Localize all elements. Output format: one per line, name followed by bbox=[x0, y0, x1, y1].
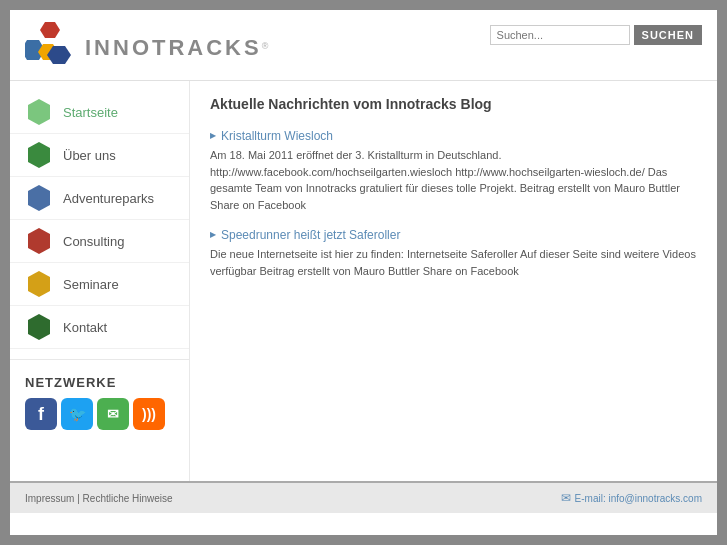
footer: Impressum | Rechtliche Hinweise ✉ E-mail… bbox=[10, 481, 717, 513]
svg-marker-6 bbox=[28, 185, 50, 211]
networks-section: NETZWERKE f 🐦 ✉ ))) bbox=[10, 359, 189, 440]
footer-right: ✉ E-mail: info@innotracks.com bbox=[561, 491, 702, 505]
search-button[interactable]: SUCHEN bbox=[634, 25, 702, 45]
svg-marker-5 bbox=[28, 142, 50, 168]
rss-icon[interactable]: ))) bbox=[133, 398, 165, 430]
hex-icon-seminare bbox=[25, 270, 53, 298]
nav-label-ueber-uns: Über uns bbox=[63, 148, 116, 163]
nav-label-seminare: Seminare bbox=[63, 277, 119, 292]
page-wrapper: INNOTRACKS® SUCHEN Startseite Über uns bbox=[10, 10, 717, 535]
logo-text: INNOTRACKS® bbox=[85, 35, 268, 61]
sidebar-item-kontakt[interactable]: Kontakt bbox=[10, 306, 189, 349]
sidebar-item-consulting[interactable]: Consulting bbox=[10, 220, 189, 263]
blog-item-1: Kristallturm Wiesloch Am 18. Mai 2011 er… bbox=[210, 129, 697, 213]
blog-link-2[interactable]: Speedrunner heißt jetzt Saferoller bbox=[210, 228, 697, 242]
svg-marker-9 bbox=[28, 314, 50, 340]
logo-icon bbox=[25, 20, 80, 75]
header: INNOTRACKS® SUCHEN bbox=[10, 10, 717, 81]
message-icon[interactable]: ✉ bbox=[97, 398, 129, 430]
networks-title: NETZWERKE bbox=[25, 375, 174, 390]
nav-label-consulting: Consulting bbox=[63, 234, 124, 249]
blog-text-2: Die neue Internetseite ist hier zu finde… bbox=[210, 246, 697, 279]
sidebar-item-seminare[interactable]: Seminare bbox=[10, 263, 189, 306]
sidebar-item-ueber-uns[interactable]: Über uns bbox=[10, 134, 189, 177]
sidebar-item-startseite[interactable]: Startseite bbox=[10, 91, 189, 134]
facebook-icon[interactable]: f bbox=[25, 398, 57, 430]
hex-icon-adventureparks bbox=[25, 184, 53, 212]
blog-item-2: Speedrunner heißt jetzt Saferoller Die n… bbox=[210, 228, 697, 279]
social-icons-container: f 🐦 ✉ ))) bbox=[25, 398, 174, 430]
hex-icon-ueber-uns bbox=[25, 141, 53, 169]
nav-label-startseite: Startseite bbox=[63, 105, 118, 120]
hex-icon-startseite bbox=[25, 98, 53, 126]
svg-marker-7 bbox=[28, 228, 50, 254]
hex-icon-consulting bbox=[25, 227, 53, 255]
footer-email: E-mail: info@innotracks.com bbox=[575, 493, 702, 504]
search-area: SUCHEN bbox=[490, 25, 702, 45]
nav-label-kontakt: Kontakt bbox=[63, 320, 107, 335]
search-input[interactable] bbox=[490, 25, 630, 45]
sidebar: Startseite Über uns Adventureparks Consu… bbox=[10, 81, 190, 481]
sidebar-item-adventureparks[interactable]: Adventureparks bbox=[10, 177, 189, 220]
blog-link-1[interactable]: Kristallturm Wiesloch bbox=[210, 129, 697, 143]
svg-marker-4 bbox=[28, 99, 50, 125]
svg-marker-0 bbox=[40, 22, 60, 38]
footer-left: Impressum | Rechtliche Hinweise bbox=[25, 493, 173, 504]
logo-area: INNOTRACKS® bbox=[25, 20, 268, 75]
blog-text-1: Am 18. Mai 2011 eröffnet der 3. Kristall… bbox=[210, 147, 697, 213]
hex-icon-kontakt bbox=[25, 313, 53, 341]
svg-marker-8 bbox=[28, 271, 50, 297]
content-area: Aktuelle Nachrichten vom Innotracks Blog… bbox=[190, 81, 717, 481]
email-icon: ✉ bbox=[561, 491, 571, 505]
main-layout: Startseite Über uns Adventureparks Consu… bbox=[10, 81, 717, 481]
twitter-icon[interactable]: 🐦 bbox=[61, 398, 93, 430]
content-title: Aktuelle Nachrichten vom Innotracks Blog bbox=[210, 96, 697, 117]
nav-label-adventureparks: Adventureparks bbox=[63, 191, 154, 206]
